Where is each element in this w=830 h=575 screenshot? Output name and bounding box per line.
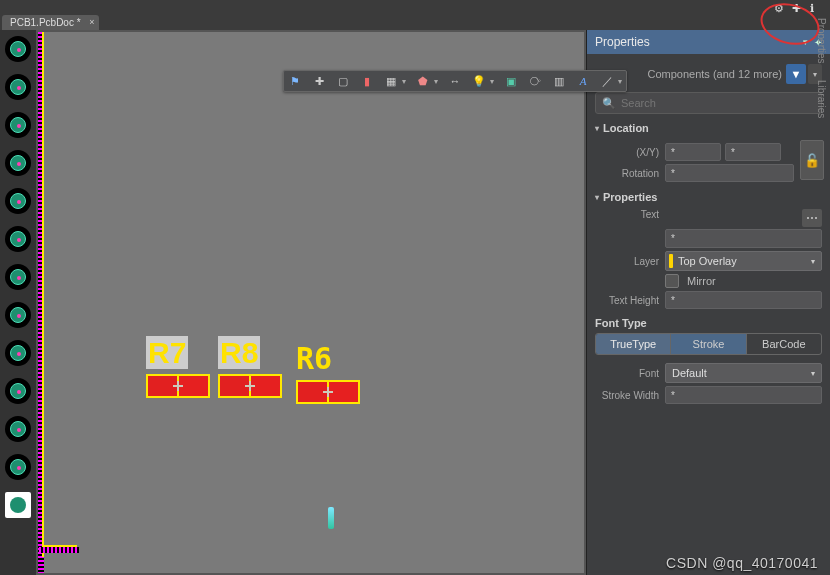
component-r7[interactable]: R7 <box>146 338 210 398</box>
search-field[interactable] <box>621 97 815 109</box>
component-r6[interactable]: R6 <box>296 344 360 404</box>
footprint[interactable] <box>296 380 360 404</box>
mirror-checkbox[interactable] <box>665 274 679 288</box>
fonttype-heading: Font Type <box>595 317 822 329</box>
layer-label: Layer <box>595 256 661 267</box>
panel-title: Properties <box>595 35 650 49</box>
pad-icon[interactable] <box>5 340 31 366</box>
panel-header[interactable]: Properties ▾ ✦ <box>587 30 830 54</box>
lock-button[interactable]: 🔓 <box>800 140 824 180</box>
mirror-label: Mirror <box>687 275 716 287</box>
rotation-label: Rotation <box>595 168 661 179</box>
pad-icon[interactable] <box>5 302 31 328</box>
chevron-down-icon: ▾ <box>811 257 815 266</box>
line-icon[interactable]: ／ <box>600 74 614 88</box>
component-r8[interactable]: R8 <box>218 338 282 398</box>
pad-icon[interactable] <box>5 416 31 442</box>
text-label: Text <box>595 209 661 220</box>
text-icon[interactable]: A <box>576 74 590 88</box>
section-properties[interactable]: Properties <box>595 191 822 203</box>
image-icon[interactable]: ▣ <box>504 74 518 88</box>
pcb-canvas[interactable]: ⚑ ✚ ▢ ▮ ▦▾ ⬟▾ ↔ 💡▾ ▣ ⧂ ▥ A ／▾ R7 R8 <box>36 30 586 575</box>
flag-icon[interactable]: ⚑ <box>288 74 302 88</box>
document-tab-label: PCB1.PcbDoc * <box>10 17 81 28</box>
fonttype-barcode[interactable]: BarCode <box>746 334 821 354</box>
layer-combo[interactable]: Top Overlay ▾ <box>665 251 822 271</box>
font-label: Font <box>595 368 661 379</box>
footprint[interactable] <box>218 374 282 398</box>
bar-icon[interactable]: ▮ <box>360 74 374 88</box>
light-icon[interactable]: 💡 <box>472 74 486 88</box>
pad-selected-icon[interactable] <box>5 492 31 518</box>
pad-icon[interactable] <box>5 226 31 252</box>
properties-panel: Properties ▾ ✦ Text Components (and 12 m… <box>586 30 830 575</box>
board-outline <box>43 545 77 547</box>
close-icon[interactable]: × <box>89 17 94 27</box>
strokewidth-label: Stroke Width <box>595 390 661 401</box>
context-filter-label: Components (and 12 more) <box>647 68 782 80</box>
info-icon[interactable]: ℹ <box>810 2 818 10</box>
pad-icon[interactable] <box>5 188 31 214</box>
plus-icon[interactable]: ✚ <box>312 74 326 88</box>
pad-icon[interactable] <box>5 112 31 138</box>
section-location[interactable]: Location <box>595 122 822 134</box>
x-input[interactable]: * <box>665 143 721 161</box>
fonttype-segment: TrueType Stroke BarCode <box>595 333 822 355</box>
rect-icon[interactable]: ▢ <box>336 74 350 88</box>
document-tabs: PCB1.PcbDoc * × <box>0 12 830 30</box>
pad-icon[interactable] <box>5 264 31 290</box>
board-edge <box>39 547 79 553</box>
textheight-label: Text Height <box>595 295 661 306</box>
textheight-input[interactable]: * <box>665 291 822 309</box>
minimap[interactable] <box>328 507 336 537</box>
pad-icon[interactable] <box>5 150 31 176</box>
pin-icon[interactable]: ⚙ <box>774 2 782 10</box>
fonttype-truetype[interactable]: TrueType <box>596 334 670 354</box>
pad-icon[interactable] <box>5 74 31 100</box>
designator[interactable]: R7 <box>146 338 210 368</box>
font-combo[interactable]: Default ▾ <box>665 363 822 383</box>
board-outline <box>42 32 44 557</box>
y-input[interactable]: * <box>725 143 781 161</box>
font-value: Default <box>672 367 707 379</box>
side-tab-libraries[interactable]: Libraries <box>816 80 827 118</box>
panel-menu-icon[interactable]: ▾ <box>803 37 808 48</box>
fonttype-stroke[interactable]: Stroke <box>670 334 745 354</box>
dimension-icon[interactable]: ↔ <box>448 74 462 88</box>
xy-label: (X/Y) <box>595 147 661 158</box>
footprint[interactable] <box>146 374 210 398</box>
help-icon[interactable]: ✚ <box>792 2 800 10</box>
strokewidth-input[interactable]: * <box>665 386 822 404</box>
polygon-icon[interactable]: ⬟ <box>416 74 430 88</box>
search-icon: 🔍 <box>602 97 616 110</box>
rotation-input[interactable]: * <box>665 164 794 182</box>
grid-icon[interactable]: ▦ <box>384 74 398 88</box>
graph-icon[interactable]: ⧂ <box>528 74 542 88</box>
text-area[interactable]: * <box>665 229 822 248</box>
search-input[interactable]: 🔍 <box>595 92 822 114</box>
designator[interactable]: R6 <box>296 344 360 374</box>
pad-icon[interactable] <box>5 378 31 404</box>
layer-value: Top Overlay <box>678 255 737 267</box>
filter-button[interactable]: ▼ <box>786 64 806 84</box>
chart-icon[interactable]: ▥ <box>552 74 566 88</box>
pad-icon[interactable] <box>5 36 31 62</box>
component-rail <box>0 30 36 575</box>
watermark: CSDN @qq_40170041 <box>666 555 818 571</box>
designator[interactable]: R8 <box>218 338 282 368</box>
document-tab[interactable]: PCB1.PcbDoc * × <box>2 15 99 30</box>
pad-icon[interactable] <box>5 454 31 480</box>
chevron-down-icon: ▾ <box>811 369 815 378</box>
text-more-button[interactable]: ⋯ <box>802 209 822 227</box>
side-tab-properties[interactable]: Properties <box>816 18 827 64</box>
active-bar: ⚑ ✚ ▢ ▮ ▦▾ ⬟▾ ↔ 💡▾ ▣ ⧂ ▥ A ／▾ <box>283 70 627 92</box>
